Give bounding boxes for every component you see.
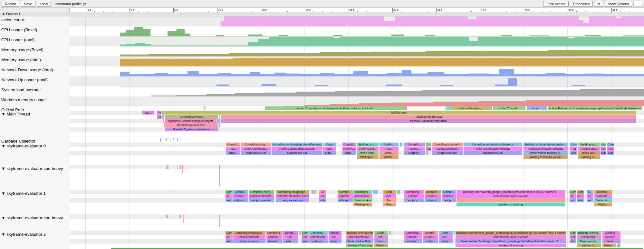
trace-bar[interactable]: ActionContinuati... (346, 235, 373, 239)
trace-bar[interactable]: subprocess.run (272, 151, 322, 155)
trace-bar[interactable]: Javac worker Building external/com_googl… (456, 239, 566, 243)
trace-bar[interactable]: Compiling src/google/protobuf/generat... (272, 143, 322, 146)
track-sky1[interactable]: ComCompil...Compiling src/g...Compiling … (69, 190, 644, 214)
track-net-down[interactable] (69, 66, 644, 76)
metadata-button[interactable]: M (594, 1, 603, 7)
trace-bar[interactable]: ActionConti... (353, 194, 372, 198)
trace-bar[interactable]: subp... (439, 239, 453, 243)
trace-bar[interactable]: Parallel Evaluator evaluation (221, 119, 636, 123)
trace-bar[interactable]: Com (570, 231, 576, 235)
trace-bar[interactable]: subproc... (404, 151, 425, 155)
trace-bar[interactable]: Co (426, 143, 431, 146)
row-label-sky2[interactable]: ▼ skyframe-evaluator 2 (0, 231, 69, 249)
trace-bar[interactable]: sub (601, 151, 606, 155)
trace-bar[interactable]: ActionContinuation.execute (464, 147, 522, 151)
trace-bar[interactable]: ActionContinuation.execute (524, 147, 568, 151)
process-header[interactable]: ▼ Process 1 (0, 12, 644, 16)
trace-bar[interactable]: Com (226, 231, 233, 235)
trace-bar[interactable]: Compiling src/core/... (432, 143, 463, 146)
trace-bar[interactable]: ActionContinuation.execute (272, 147, 322, 151)
trace-bar[interactable]: Worker #7 working (346, 244, 373, 247)
trace-bar[interactable]: Buildin... (380, 143, 399, 146)
track-workers-mem[interactable] (69, 96, 644, 106)
trace-bar[interactable]: Compiling... (266, 231, 282, 235)
trace-bar[interactable]: Waitin... (374, 244, 388, 247)
trace-bar[interactable]: Building ... (602, 231, 620, 235)
trace-bar[interactable]: ActionC... (423, 235, 438, 239)
trace-bar[interactable]: subproc... (404, 239, 422, 243)
trace-bar[interactable]: ActionContinuati... (233, 235, 265, 239)
trace-bar[interactable]: Building src/ma... (577, 231, 601, 235)
trace-bar[interactable]: Compili... (338, 190, 353, 194)
row-label-sky1[interactable]: ▼ skyframe-evaluator 1 (0, 190, 69, 214)
trace-bar[interactable]: Ac... (587, 194, 593, 198)
trace-bar[interactable]: Compil... (342, 143, 356, 146)
trace-bar[interactable]: Build... (383, 190, 396, 194)
view-options-button[interactable]: View Options (605, 1, 632, 7)
track-cpu-heavy-2[interactable] (69, 214, 644, 231)
trace-bar[interactable]: Building src... (357, 143, 379, 146)
trace-bar[interactable]: sub (570, 151, 577, 155)
trace-bar[interactable]: Javac wo... (594, 198, 612, 202)
trace-bar[interactable]: ParallelEvaluator.eval (164, 123, 218, 127)
trace-bar[interactable]: Act (319, 194, 326, 198)
trace-bar[interactable]: Acti... (329, 235, 341, 239)
trace-bar[interactable]: Act (570, 147, 577, 151)
trace-bar[interactable]: C... (587, 190, 593, 194)
trace-bar[interactable]: action 'Building src/main/java/com/googl… (548, 106, 642, 110)
trace-bar[interactable]: subp... (323, 151, 336, 155)
trace-bar[interactable]: subp... (442, 198, 456, 202)
trace-bar[interactable]: Compiling src/main/cpp/blaze.cc (464, 143, 522, 146)
trace-bar[interactable]: Act (426, 147, 431, 151)
trace-bar[interactable]: subproc... (338, 198, 353, 202)
trace-bar[interactable]: su... (587, 198, 593, 202)
trace-bar[interactable]: subprocess.run (241, 151, 271, 155)
trace-bar[interactable]: ActionC... (342, 147, 356, 151)
trace-bar[interactable]: Javac ... (602, 239, 620, 243)
trace-bar[interactable]: sub (302, 239, 309, 243)
trace-bar[interactable]: Compil... (226, 143, 240, 146)
trace-bar[interactable]: Com (577, 190, 584, 194)
track-sys-load[interactable] (69, 86, 644, 96)
trace-bar[interactable]: subprocess.run (249, 198, 274, 202)
trace-bar[interactable]: Waiting to... (357, 155, 379, 159)
trace-bar[interactable]: Acti... (380, 147, 399, 151)
trace-bar[interactable]: ActionConti... (309, 235, 328, 239)
ruler-track[interactable]: -5 s0 s5 s10 s15 s20 s25 s30 s35 s40 s45… (69, 8, 644, 12)
trace-bar[interactable]: Compiling ... (404, 190, 424, 194)
trace-bar[interactable]: Act (601, 147, 606, 151)
trace-bar[interactable]: Building src... (578, 143, 600, 146)
track-action-count[interactable] (69, 16, 644, 26)
trace-bar[interactable]: ActionC... (338, 194, 353, 198)
trace-bar[interactable]: Javac worker... (353, 198, 372, 202)
track-cpu-total[interactable] (69, 36, 644, 46)
track-net-up[interactable] (69, 76, 644, 86)
trace-bar[interactable]: Javac worker Buil... (346, 239, 373, 243)
row-label-cpu-heavy-2[interactable]: ▼ skyframe-evaluator-cpu-heavy- (0, 214, 69, 231)
trace-bar[interactable]: Wai... (383, 203, 396, 206)
trace-bar[interactable]: Co (319, 190, 326, 194)
trace-bar[interactable]: Compil... (233, 190, 248, 194)
trace-bar[interactable]: Lau... (142, 111, 154, 115)
trace-bar[interactable]: Com (302, 231, 309, 235)
trace-bar[interactable]: action 'Compiling src/google/protobuf/de… (265, 106, 405, 110)
trace-bar[interactable]: Compil... (423, 231, 438, 235)
trace-bar[interactable]: Building external/com_google_protobuf/ja… (456, 231, 566, 235)
trace-bar[interactable]: ActionC... (404, 147, 425, 151)
trace-bar[interactable]: ActionC... (233, 194, 248, 198)
trace-bar[interactable]: Acti... (374, 235, 388, 239)
trace-bar[interactable]: sub (226, 198, 233, 202)
trace-bar[interactable]: Waiting to... (577, 244, 601, 247)
trace-bar[interactable]: subprocess.run (464, 151, 522, 155)
trace-bar[interactable]: Com (570, 143, 577, 146)
track-critical-path[interactable]: action 'Compiling src/google/protobuf/de… (69, 106, 644, 111)
trace-bar[interactable]: ActionC... (602, 235, 620, 239)
trace-bar[interactable]: subproc... (266, 239, 282, 243)
track-mem-bazel[interactable] (69, 46, 644, 56)
save-button[interactable]: Save (21, 1, 35, 7)
trace-bar[interactable]: Compilin... (425, 190, 441, 194)
trace-bar[interactable]: Jav... (383, 198, 396, 202)
trace-bar[interactable]: Compil... (442, 190, 456, 194)
trace-bar[interactable]: ActionC... (594, 194, 612, 198)
trace-bar[interactable]: skyframeExecutor.configureTargets (165, 119, 216, 123)
